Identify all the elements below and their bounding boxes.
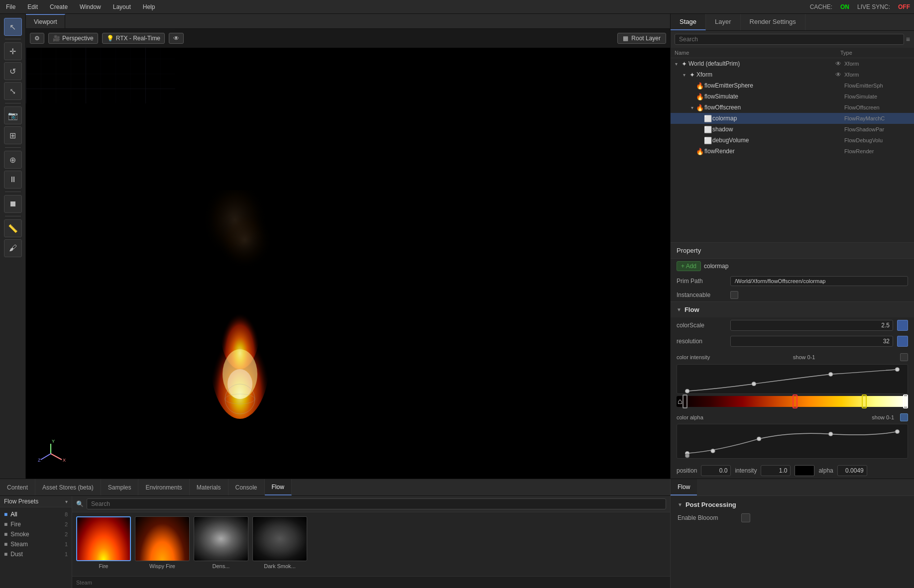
tab-materials[interactable]: Materials xyxy=(190,479,228,495)
tab-layer[interactable]: Layer xyxy=(706,14,741,30)
fp-tab-flow[interactable]: Flow xyxy=(671,479,697,495)
tree-item[interactable]: 🔥 flowRender FlowRender xyxy=(671,146,914,157)
tree-item[interactable]: ⬜ colormap FlowRayMarchC xyxy=(671,113,914,124)
visibility-icon[interactable]: 👁 xyxy=(832,71,844,78)
flow-search-input[interactable] xyxy=(87,498,666,509)
root-layer-btn[interactable]: ▦ Root Layer xyxy=(617,33,666,44)
tree-expand-arrow[interactable]: ▾ xyxy=(673,60,680,67)
add-button[interactable]: + Add xyxy=(677,261,701,271)
tab-asset-stores[interactable]: Asset Stores (beta) xyxy=(35,479,101,495)
menu-file[interactable]: File xyxy=(4,2,17,11)
add-property-control: + Add colormap xyxy=(677,261,728,271)
color-swatch[interactable] xyxy=(795,465,814,476)
tab-stage[interactable]: Stage xyxy=(671,14,706,30)
preset-thumbnail-item[interactable]: Dark Smok... xyxy=(252,516,307,569)
move-tool-btn[interactable]: ✛ xyxy=(4,42,22,60)
gradient-handle-3[interactable] xyxy=(862,394,867,408)
layout-btn[interactable]: ⊞ xyxy=(4,126,22,144)
paint-btn[interactable]: 🖌 xyxy=(4,239,22,257)
preset-thumbnail-item[interactable]: Wispy Fire xyxy=(135,516,190,569)
tree-item[interactable]: ⬜ debugVolume FlowDebugVolu xyxy=(671,135,914,146)
position-input[interactable] xyxy=(701,465,731,476)
tab-flow[interactable]: Flow xyxy=(265,479,292,495)
ca-show-range-checkbox[interactable] xyxy=(900,413,908,421)
intensity-input[interactable] xyxy=(761,465,791,476)
stop-btn[interactable]: ⏹ xyxy=(4,195,22,213)
tree-expand-arrow[interactable]: ▾ xyxy=(688,104,695,111)
menu-edit[interactable]: Edit xyxy=(25,2,40,11)
tree-item[interactable]: ▾ ✦ Xform 👁 Xform xyxy=(671,69,914,80)
scale-tool-btn[interactable]: ⤡ xyxy=(4,82,22,100)
show-range-checkbox[interactable] xyxy=(900,353,908,361)
gradient-handle-1[interactable] xyxy=(683,394,687,408)
preset-category-item[interactable]: ■ Dust 1 xyxy=(2,549,70,559)
bottom-inputs: position intensity alpha xyxy=(671,463,914,479)
eye-btn[interactable]: 👁 xyxy=(169,33,184,44)
stage-search-input[interactable] xyxy=(675,34,904,45)
presets-arrow-icon[interactable]: ▾ xyxy=(65,499,68,504)
tab-environments[interactable]: Environments xyxy=(138,479,189,495)
viewport-toolbar: ⚙ 🎥 Perspective 💡 RTX - Real-Time 👁 ▦ Ro… xyxy=(26,29,670,48)
menu-help[interactable]: Help xyxy=(141,2,157,11)
snap-btn[interactable]: ⊕ xyxy=(4,151,22,169)
svg-point-25 xyxy=(895,368,899,372)
gradient-handle-2[interactable] xyxy=(793,394,798,408)
menu-create[interactable]: Create xyxy=(48,2,70,11)
fire-icon: 🔥 xyxy=(695,103,704,112)
viewport-tab[interactable]: Viewport xyxy=(26,14,65,28)
preset-thumbnail-item[interactable]: Dens... xyxy=(194,516,248,569)
pause-btn[interactable]: ⏸ xyxy=(4,171,22,189)
stage-header: Name Type xyxy=(671,48,914,58)
select-tool-btn[interactable]: ↖ xyxy=(4,18,22,36)
resolution-input[interactable] xyxy=(730,336,893,347)
rotate-tool-btn[interactable]: ↺ xyxy=(4,62,22,80)
preset-thumbnail-label: Fire xyxy=(99,563,109,569)
preset-thumbnail-image xyxy=(252,516,307,561)
measure-btn[interactable]: 📏 xyxy=(4,219,22,237)
settings-btn[interactable]: ⚙ xyxy=(30,33,44,44)
tree-item[interactable]: 🔥 flowEmitterSphere FlowEmitterSph xyxy=(671,80,914,91)
axis-widget: Y X Z xyxy=(36,439,66,469)
menu-bar: File Edit Create Window Layout Help CACH… xyxy=(0,0,914,14)
root-layer-label: Root Layer xyxy=(631,35,661,42)
menu-layout[interactable]: Layout xyxy=(111,2,133,11)
camera-btn[interactable]: 🎥 Perspective xyxy=(48,33,98,44)
intensity-curve-area[interactable] xyxy=(677,364,908,394)
tree-item[interactable]: ▾ ✦ World (defaultPrim) 👁 Xform xyxy=(671,58,914,69)
color-scale-color-btn[interactable] xyxy=(897,320,908,331)
preset-category-item[interactable]: ■ Steam 1 xyxy=(2,539,70,549)
pp-header[interactable]: ▼ Post Processing xyxy=(678,501,907,508)
enable-bloom-checkbox[interactable] xyxy=(741,513,750,522)
xform-icon: ✦ xyxy=(687,70,696,79)
tree-item[interactable]: ▾ 🔥 flowOffscreen FlowOffscreen xyxy=(671,102,914,113)
preset-category-item[interactable]: ■ Smoke 2 xyxy=(2,529,70,539)
intensity-label: intensity xyxy=(735,467,757,474)
color-scale-input[interactable] xyxy=(730,320,893,331)
prim-path-input[interactable] xyxy=(730,276,908,286)
rtx-btn[interactable]: 💡 RTX - Real-Time xyxy=(102,33,165,44)
svg-text:Z: Z xyxy=(38,458,41,463)
tab-content[interactable]: Content xyxy=(0,479,35,495)
tree-item[interactable]: ⬜ shadow FlowShadowPar xyxy=(671,124,914,135)
preset-thumbnail-item[interactable]: Fire xyxy=(76,516,131,569)
instanceable-checkbox[interactable] xyxy=(730,291,738,299)
menu-window[interactable]: Window xyxy=(78,2,103,11)
tab-samples[interactable]: Samples xyxy=(101,479,139,495)
alpha-input[interactable] xyxy=(837,465,867,476)
camera-tool-btn[interactable]: 📷 xyxy=(4,106,22,124)
tab-render-settings[interactable]: Render Settings xyxy=(741,14,805,30)
flow-section-header[interactable]: ▼ Flow xyxy=(671,301,914,317)
tab-console[interactable]: Console xyxy=(228,479,265,495)
preset-category-item[interactable]: ■ Fire 2 xyxy=(2,519,70,529)
resolution-color-btn[interactable] xyxy=(897,336,908,347)
preset-category-item[interactable]: ■ All 8 xyxy=(2,509,70,519)
viewport[interactable]: ⚙ 🎥 Perspective 💡 RTX - Real-Time 👁 ▦ Ro… xyxy=(26,29,670,479)
alpha-curve-area[interactable] xyxy=(677,424,908,459)
visibility-icon[interactable]: 👁 xyxy=(832,60,844,67)
filter-icon[interactable]: ≡ xyxy=(906,35,910,43)
enable-bloom-row: Enable Blooom xyxy=(678,513,907,522)
tree-item[interactable]: 🔥 flowSimulate FlowSimulate xyxy=(671,91,914,102)
tree-expand-arrow[interactable]: ▾ xyxy=(681,71,687,78)
gradient-handle-4[interactable] xyxy=(903,394,908,408)
main-layout: ↖ ✛ ↺ ⤡ 📷 ⊞ ⊕ ⏸ ⏹ 📏 🖌 Viewport xyxy=(0,14,914,588)
